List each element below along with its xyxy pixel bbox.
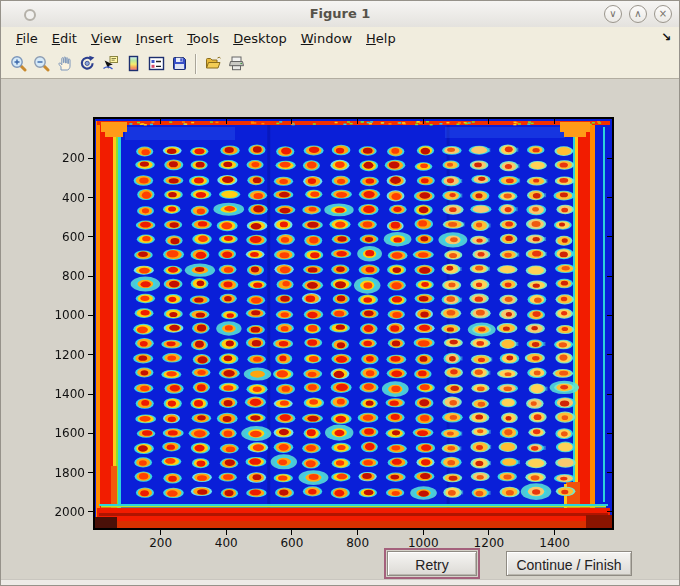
y-tick [88, 433, 93, 434]
zoom-in-button[interactable] [7, 51, 30, 76]
x-tick [488, 530, 489, 535]
y-tick [88, 276, 93, 277]
y-tick [88, 315, 93, 316]
y-tick [88, 158, 93, 159]
insert-colorbar-button[interactable] [122, 51, 145, 76]
x-tick-label: 400 [215, 536, 238, 550]
zoom-in-icon [10, 55, 27, 72]
y-tick [88, 511, 93, 512]
x-tick [554, 530, 555, 535]
pan-button[interactable] [53, 51, 76, 76]
chevron-down-icon: ∨ [609, 8, 616, 19]
y-tick-right [607, 472, 612, 473]
x-tick-top [226, 119, 227, 124]
y-tick-right [607, 394, 612, 395]
y-tick-right [607, 236, 612, 237]
y-tick-label: 2000 [54, 505, 85, 519]
y-tick-right [607, 158, 612, 159]
open-folder-icon [205, 55, 222, 72]
y-tick-right [607, 276, 612, 277]
maximize-button[interactable]: ∧ [629, 5, 647, 23]
pan-hand-icon [56, 55, 73, 72]
y-tick-label: 600 [62, 230, 85, 244]
data-cursor-button[interactable] [99, 51, 122, 76]
dock-figure-arrow-icon[interactable]: ↘ [661, 30, 671, 44]
print-figure-button[interactable] [225, 51, 248, 76]
y-tick-label: 1800 [54, 466, 85, 480]
y-tick [88, 472, 93, 473]
x-tick-label: 800 [346, 536, 369, 550]
y-tick-label: 1400 [54, 387, 85, 401]
x-tick-label: 200 [149, 536, 172, 550]
toolbar [1, 49, 679, 79]
y-tick-right [607, 433, 612, 434]
minimize-button[interactable]: ∨ [604, 5, 622, 23]
x-tick-top [554, 119, 555, 124]
y-tick-label: 1000 [54, 308, 85, 322]
zoom-out-icon [33, 55, 50, 72]
y-tick-right [607, 197, 612, 198]
save-figure-button[interactable] [168, 51, 191, 76]
rotate-3d-icon [79, 55, 96, 72]
menu-item-desktop[interactable]: Desktop [226, 29, 294, 48]
plate-image[interactable] [95, 119, 612, 528]
menu-item-view[interactable]: View [84, 29, 129, 48]
y-tick [88, 236, 93, 237]
y-tick-label: 800 [62, 269, 85, 283]
open-file-button[interactable] [202, 51, 225, 76]
menu-item-help[interactable]: Help [359, 29, 403, 48]
y-tick-right [607, 511, 612, 512]
x-tick [291, 530, 292, 535]
insert-legend-button[interactable] [145, 51, 168, 76]
x-tick [357, 530, 358, 535]
close-button[interactable]: × [654, 5, 672, 23]
titlebar[interactable]: Figure 1 ∨ ∧ × [1, 1, 679, 28]
x-tick-label: 600 [280, 536, 303, 550]
x-tick-label: 1200 [474, 536, 505, 550]
x-tick-top [160, 119, 161, 124]
save-icon [171, 55, 188, 72]
x-tick [226, 530, 227, 535]
window-title: Figure 1 [1, 6, 679, 21]
x-tick-top [488, 119, 489, 124]
rotate-3d-button[interactable] [76, 51, 99, 76]
menu-item-insert[interactable]: Insert [129, 29, 180, 48]
close-icon: × [659, 8, 667, 19]
y-tick-label: 1200 [54, 348, 85, 362]
x-tick [160, 530, 161, 535]
x-tick-top [423, 119, 424, 124]
x-tick [423, 530, 424, 535]
x-tick-top [357, 119, 358, 124]
x-tick-label: 1000 [408, 536, 439, 550]
chevron-up-icon: ∧ [634, 8, 641, 19]
continue-finish-button[interactable]: Continue / Finish [506, 551, 632, 576]
menu-item-file[interactable]: File [9, 29, 45, 48]
axes: 2004006008001000120014002004006008001000… [93, 117, 614, 530]
colorbar-icon [125, 55, 142, 72]
figure-area: 2004006008001000120014002004006008001000… [1, 80, 679, 586]
y-tick-right [607, 315, 612, 316]
y-tick [88, 394, 93, 395]
y-tick-right [607, 354, 612, 355]
menu-item-tools[interactable]: Tools [180, 29, 226, 48]
y-tick [88, 354, 93, 355]
retry-button[interactable]: Retry [387, 551, 477, 576]
menu-item-edit[interactable]: Edit [45, 29, 84, 48]
y-tick-label: 200 [62, 151, 85, 165]
y-tick [88, 197, 93, 198]
x-tick-label: 1400 [539, 536, 570, 550]
menubar: File Edit View Insert Tools Desktop Wind… [1, 27, 679, 49]
zoom-out-button[interactable] [30, 51, 53, 76]
y-tick-label: 400 [62, 191, 85, 205]
x-tick-top [291, 119, 292, 124]
printer-icon [228, 55, 245, 72]
data-cursor-icon [102, 55, 119, 72]
y-tick-label: 1600 [54, 426, 85, 440]
legend-icon [148, 55, 165, 72]
figure-window: Figure 1 ∨ ∧ × File Edit View Insert Too… [0, 0, 680, 586]
window-controls: ∨ ∧ × [604, 5, 672, 23]
toolbar-separator [195, 54, 196, 74]
menu-item-window[interactable]: Window [294, 29, 359, 48]
